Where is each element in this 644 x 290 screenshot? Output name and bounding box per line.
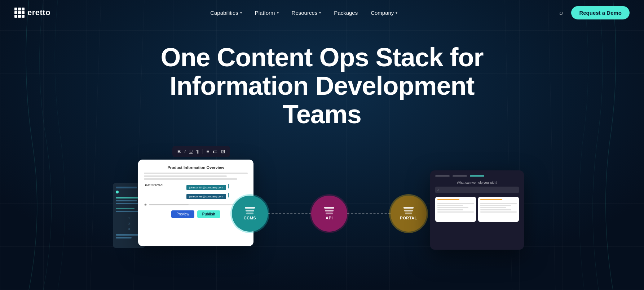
connector-line-1 [268, 213, 311, 214]
search-icon: ⌕ [437, 188, 439, 192]
star-icon: ★ [144, 203, 147, 207]
portal-panel: What can we help you with? ⌕ [430, 170, 524, 250]
toolbar-bold[interactable]: B [177, 149, 181, 154]
hero-section: One Content Ops Stack for Information De… [0, 25, 644, 266]
toolbar-italic[interactable]: I [184, 149, 186, 154]
nav-links: Capabilities ▾ Platform ▾ Resources ▾ Pa… [205, 7, 402, 19]
node-portal: PORTAL [391, 196, 427, 232]
connector-line-2 [347, 213, 391, 214]
toolbar-underline[interactable]: U [189, 149, 193, 154]
node-ccms: CCMS [232, 196, 268, 232]
portal-cards [435, 197, 519, 222]
navbar: eretto Capabilities ▾ Platform ▾ Resourc… [0, 0, 644, 25]
portal-card-lines [437, 203, 474, 213]
api-label: API [326, 216, 333, 220]
ccms-label: CCMS [244, 216, 256, 220]
nav-packages[interactable]: Packages [329, 7, 363, 19]
doc-toolbar: B I U ¶ ≡ ≔ ⊡ [172, 146, 230, 157]
portal-search-label: What can we help you with? [435, 181, 519, 184]
api-stack-icon [324, 207, 334, 214]
hero-title: One Content Ops Stack for Information De… [160, 43, 484, 129]
nav-platform[interactable]: Platform ▾ [250, 7, 284, 19]
chevron-down-icon: ▾ [277, 11, 279, 15]
logo-text: eretto [27, 8, 50, 17]
logo[interactable]: eretto [14, 8, 50, 18]
hero-illustration: 1 2 3 B I U ¶ ≡ ≔ ⊡ Product [0, 151, 644, 266]
nav-capabilities[interactable]: Capabilities ▾ [205, 7, 247, 19]
portal-card-1 [435, 197, 476, 222]
toolbar-para[interactable]: ¶ [196, 149, 199, 154]
code-line [116, 187, 137, 188]
search-icon[interactable]: ⌕ [557, 7, 565, 19]
cursor [228, 184, 229, 188]
node-api: API [311, 196, 347, 232]
nav-right: ⌕ Request a Demo [557, 6, 630, 19]
portal-tab [435, 175, 450, 177]
publish-button[interactable]: Publish [197, 210, 220, 218]
nav-resources[interactable]: Resources ▾ [287, 7, 326, 19]
toolbar-separator [203, 149, 203, 154]
portal-tab-2 [453, 175, 467, 177]
get-started-label: Get Started [144, 183, 164, 187]
toolbar-list1[interactable]: ≡ [207, 149, 209, 154]
nodes-area: CCMS API [253, 178, 524, 250]
email-badge-2: jane.jones@company.com [167, 192, 248, 199]
portal-label: PORTAL [400, 216, 417, 220]
portal-card-lines-2 [480, 203, 517, 213]
portal-stack-icon [403, 207, 414, 214]
email-fields: john.smith@company.com jane.jones@compan… [167, 183, 248, 199]
toolbar-embed[interactable]: ⊡ [221, 149, 225, 154]
cursor-2 [228, 193, 229, 197]
nav-company[interactable]: Company ▾ [366, 7, 402, 19]
portal-card-2 [478, 197, 519, 222]
portal-search-bar[interactable]: ⌕ [435, 187, 519, 193]
portal-tab-active [470, 175, 484, 177]
logo-icon [14, 8, 25, 18]
chevron-down-icon: ▾ [319, 11, 321, 15]
chevron-down-icon: ▾ [240, 11, 242, 15]
get-started-section: Get Started john.smith@company.com jane.… [144, 183, 248, 199]
email-badge-1: john.smith@company.com [167, 183, 248, 190]
ccms-stack-icon [245, 207, 255, 214]
doc-rating-row: ★ [144, 203, 248, 207]
rating-bar [149, 204, 248, 205]
doc-lines [144, 173, 248, 180]
chevron-down-icon: ▾ [396, 11, 397, 15]
preview-button[interactable]: Preview [171, 210, 194, 218]
request-demo-button[interactable]: Request a Demo [571, 6, 630, 19]
toolbar-list2[interactable]: ≔ [213, 149, 217, 154]
doc-title: Product Information Overview [144, 165, 248, 170]
portal-title-bar [435, 175, 519, 177]
code-dot [116, 191, 119, 193]
